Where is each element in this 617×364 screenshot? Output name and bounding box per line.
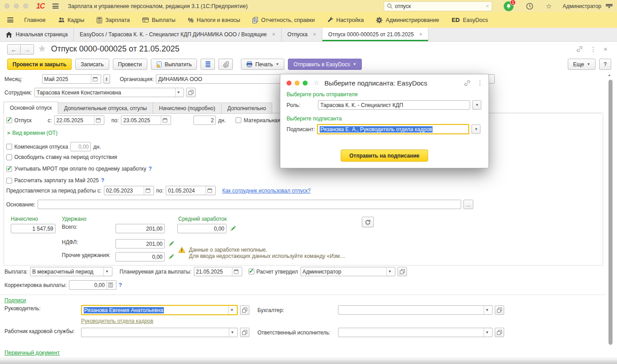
menu-item-nastroika[interactable]: Настройка xyxy=(321,12,370,28)
mrot-checkbox[interactable] xyxy=(6,166,12,172)
tab-otpuska[interactable]: Отпуска × xyxy=(282,28,322,41)
menu-item-vyplaty[interactable]: Выплаты xyxy=(136,12,182,28)
tab-easydocs-inbox[interactable]: EasyDocs / Тарасова К. К. - Специалист К… xyxy=(74,28,282,41)
forward-button[interactable]: → xyxy=(21,44,34,55)
pay-button[interactable]: Выплатить xyxy=(151,59,197,70)
dropdown-caret-icon[interactable]: ▼ xyxy=(175,88,182,97)
search-clear-icon[interactable]: × xyxy=(486,3,489,9)
vacation-days-input[interactable]: 2 xyxy=(193,116,216,125)
period-from-input[interactable]: 02.05.2023 xyxy=(104,186,154,195)
calc-salary-help-link[interactable]: ? xyxy=(101,177,104,184)
print-button[interactable]: Печать▼ xyxy=(241,59,284,70)
modal-more-dots-icon[interactable]: ⋮ xyxy=(477,79,483,86)
dropdown-caret-icon[interactable]: ▼ xyxy=(103,267,110,276)
form-tab-more[interactable]: Дополнительно xyxy=(222,103,272,114)
free-rate-checkbox[interactable] xyxy=(6,154,12,160)
month-spin-buttons[interactable]: ▲▼ xyxy=(103,74,110,84)
send-for-signing-button[interactable]: Отправить на подписание xyxy=(341,150,428,162)
dropdown-caret-icon[interactable]: ▼ xyxy=(484,306,490,314)
post-button[interactable]: Провести xyxy=(113,59,147,70)
more-button[interactable]: Еще▼ xyxy=(568,59,596,70)
employee-open-button[interactable] xyxy=(186,88,196,97)
employee-input[interactable]: Тарасова Ксения Константиновна ▼ xyxy=(34,88,184,97)
manager-position-link[interactable]: Руководитель отдела кадров xyxy=(81,318,153,324)
user-name[interactable]: Администратор xyxy=(562,3,601,9)
edit-pencil-icon[interactable] xyxy=(230,226,236,231)
post-and-close-button[interactable]: Провести и закрыть xyxy=(7,59,72,70)
favorite-star-icon[interactable]: ★ xyxy=(38,43,47,55)
dropdown-caret-icon[interactable]: ▼ xyxy=(386,267,393,276)
modal-maximize-icon[interactable] xyxy=(303,81,308,86)
withheld-total-input[interactable]: 201,00 xyxy=(116,224,165,233)
favorites-star-icon[interactable]: ☆ xyxy=(546,3,552,9)
manager-input[interactable]: Рязанова Евгения Анатольевна ▼ xyxy=(81,305,238,315)
mrot-help-link[interactable]: ? xyxy=(149,166,152,172)
vertical-scrollbar[interactable] xyxy=(608,80,613,345)
tab-close-icon[interactable]: × xyxy=(313,31,316,38)
user-menu-icon[interactable]: ▼ xyxy=(606,4,613,9)
back-button[interactable]: ← xyxy=(7,44,21,55)
calendar-icon[interactable] xyxy=(91,75,99,83)
modal-minimize-icon[interactable] xyxy=(295,81,300,86)
calculator-small-icon[interactable] xyxy=(107,281,114,289)
avg-earnings-input[interactable]: 0,00 xyxy=(177,224,227,233)
dropdown-caret-icon[interactable]: ▼ xyxy=(228,306,235,314)
menu-item-administrirovanie[interactable]: Администрирование xyxy=(370,12,445,28)
more-dots-icon[interactable]: ⋮ xyxy=(590,46,596,53)
global-search-input[interactable]: отпуск × xyxy=(384,1,492,11)
hr-input[interactable]: ▼ xyxy=(81,328,238,337)
window-minimize-icon[interactable] xyxy=(14,4,19,9)
vacation-usage-link[interactable]: Как сотрудник использовал отпуск? xyxy=(222,188,311,194)
modal-close-icon[interactable] xyxy=(287,81,291,86)
vacation-checkbox[interactable] xyxy=(6,117,12,123)
approved-by-input[interactable]: Администратор ▼ xyxy=(300,267,395,276)
material-help-checkbox[interactable] xyxy=(236,117,241,123)
scroll-up-arrow-icon[interactable]: ▲ xyxy=(608,73,611,77)
month-input[interactable]: Май 2025 xyxy=(42,74,101,84)
period-to-input[interactable]: 01.05.2024 xyxy=(166,186,216,195)
edit-pencil-icon[interactable] xyxy=(168,241,174,247)
modal-signer-input[interactable]: Рязанова Е. А., Руководитель отдела кадр… xyxy=(317,124,469,134)
help-button[interactable]: ? xyxy=(599,59,611,70)
calendar-icon[interactable] xyxy=(94,116,102,124)
ndfl-input[interactable]: 201,00 xyxy=(116,239,165,248)
dropdown-caret-icon[interactable]: ▼ xyxy=(484,328,490,337)
save-button[interactable]: Записать xyxy=(75,59,109,70)
modal-signer-dropdown-button[interactable]: ▼ xyxy=(471,124,480,134)
tab-close-icon[interactable]: × xyxy=(272,31,275,38)
register-records-button[interactable] xyxy=(201,59,215,70)
compensation-checkbox[interactable] xyxy=(6,144,12,150)
chevron-right-icon[interactable]: > xyxy=(7,130,10,136)
calendar-icon[interactable] xyxy=(161,116,169,124)
approved-checkbox[interactable] xyxy=(249,269,254,274)
modal-role-input[interactable]: Тарасова К. К. - Специалист КДП xyxy=(318,100,470,110)
tab-home[interactable]: Начальная страница xyxy=(0,28,74,41)
compensation-input[interactable]: 0,00 xyxy=(70,142,91,151)
window-close-icon[interactable] xyxy=(4,4,9,9)
form-tab-additional[interactable]: Дополнительные отпуска, отгулы xyxy=(58,103,153,114)
menu-item-easydocs[interactable]: ED EasyDocs xyxy=(446,12,494,28)
basis-more-button[interactable]: ... xyxy=(463,200,473,209)
hr-open-button[interactable] xyxy=(240,328,249,337)
sections-menu-icon[interactable] xyxy=(3,12,18,28)
menu-item-zarplata[interactable]: Зарплата xyxy=(90,12,136,28)
calendar-icon[interactable] xyxy=(232,267,240,276)
get-link-icon[interactable] xyxy=(576,46,583,52)
other-deductions-input[interactable]: 0,00 xyxy=(116,252,165,261)
menu-item-otchetnost[interactable]: Отчетность, справки xyxy=(246,12,321,28)
form-tab-accrued[interactable]: Начислено (подробно) xyxy=(153,103,222,114)
adjustment-help-link[interactable]: ? xyxy=(119,282,122,288)
notifications-bell-icon[interactable]: 1 xyxy=(504,1,514,11)
menu-item-main[interactable]: Главное xyxy=(18,12,52,28)
signatures-section-link[interactable]: Подписи xyxy=(4,297,26,304)
modal-role-dropdown-button[interactable]: ▼ xyxy=(472,100,481,110)
vacation-from-input[interactable]: 22.05.2025 xyxy=(54,116,104,125)
refresh-button[interactable] xyxy=(362,217,374,227)
form-tab-main-vacation[interactable]: Основной отпуск xyxy=(4,102,58,114)
menu-item-kadry[interactable]: Кадры xyxy=(52,12,90,28)
accountant-open-button[interactable] xyxy=(495,305,504,315)
manager-open-button[interactable] xyxy=(240,305,249,315)
payment-select[interactable]: В межрасчетный период ▼ xyxy=(30,267,112,276)
responsible-input[interactable]: ▼ xyxy=(338,328,493,337)
calc-salary-checkbox[interactable] xyxy=(6,178,12,184)
